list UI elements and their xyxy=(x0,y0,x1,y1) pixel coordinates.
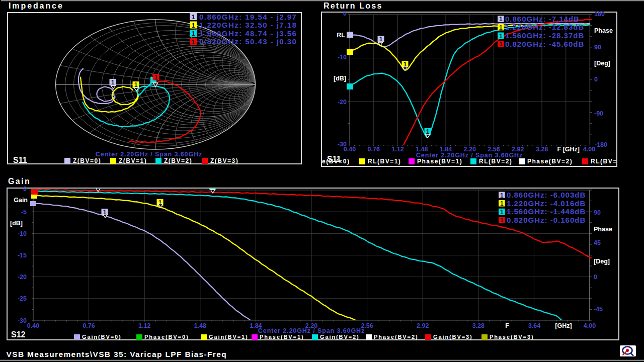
svg-text:-90: -90 xyxy=(594,110,603,117)
svg-text:0.820GHz: 50.43 - j0.30: 0.820GHz: 50.43 - j0.30 xyxy=(199,37,297,46)
svg-text:Gain(BV=2): Gain(BV=2) xyxy=(320,334,360,340)
svg-text:Z(BV=2): Z(BV=2) xyxy=(164,157,192,164)
svg-text:1: 1 xyxy=(500,209,504,216)
svg-text:90: 90 xyxy=(594,44,601,51)
svg-text:F [GHz]: F [GHz] xyxy=(557,146,580,153)
svg-text:Phase: Phase xyxy=(594,27,613,34)
svg-text:1.560GHz: -1.448dB: 1.560GHz: -1.448dB xyxy=(507,207,586,216)
svg-text:-20: -20 xyxy=(18,274,27,281)
svg-text:1: 1 xyxy=(500,217,504,224)
svg-text:1: 1 xyxy=(192,30,195,37)
svg-text:0: 0 xyxy=(594,274,597,281)
svg-text:0.860GHz: -7.14dB: 0.860GHz: -7.14dB xyxy=(505,15,580,23)
svg-text:Gain(BV=1): Gain(BV=1) xyxy=(209,334,249,340)
svg-text:Center 2.20GHz / Span 3.60GHz: Center 2.20GHz / Span 3.60GHz xyxy=(258,327,365,334)
svg-text:Center 2.20GHz / Span 3.60GHz: Center 2.20GHz / Span 3.60GHz xyxy=(96,151,202,158)
svg-text:Phase(BV=1): Phase(BV=1) xyxy=(260,334,304,340)
svg-text:Phase: Phase xyxy=(594,226,612,233)
svg-text:VSB Measurements\VSB 35: Varic: VSB Measurements\VSB 35: Varicap LPF Bia… xyxy=(7,350,227,358)
svg-text:Gain(BV=0): Gain(BV=0) xyxy=(82,334,122,340)
svg-text:Phase(BV=3): Phase(BV=3) xyxy=(490,334,534,340)
svg-text:[GHz]: [GHz] xyxy=(555,322,572,329)
svg-text:-180: -180 xyxy=(595,141,607,148)
svg-text:Phase(BV=1): Phase(BV=1) xyxy=(417,158,462,165)
svg-text:S11: S11 xyxy=(13,156,27,164)
svg-text:4.00: 4.00 xyxy=(583,146,595,153)
svg-text:1: 1 xyxy=(499,41,503,48)
svg-text:1.12: 1.12 xyxy=(138,322,150,329)
svg-text:[dB]: [dB] xyxy=(334,75,346,82)
svg-text:RL(BV=3: RL(BV=3 xyxy=(591,158,621,165)
svg-text:S12: S12 xyxy=(11,330,26,339)
svg-text:Z(BV=3): Z(BV=3) xyxy=(210,157,238,164)
svg-text:1: 1 xyxy=(192,22,195,29)
svg-text:1: 1 xyxy=(499,16,503,23)
svg-text:1.220GHz: -12.83dB: 1.220GHz: -12.83dB xyxy=(505,23,584,31)
svg-text:Phase(BV=2): Phase(BV=2) xyxy=(374,334,418,340)
svg-text:0.76: 0.76 xyxy=(368,146,380,153)
svg-text:0: 0 xyxy=(594,76,598,83)
svg-text:3.28: 3.28 xyxy=(472,322,485,329)
svg-text:-15: -15 xyxy=(18,252,27,259)
svg-text:1: 1 xyxy=(154,74,158,81)
svg-text:1: 1 xyxy=(379,36,383,43)
svg-text:1: 1 xyxy=(111,79,115,86)
svg-text:1.12: 1.12 xyxy=(391,146,404,153)
svg-text:1.220GHz: 32.50 - j7.18: 1.220GHz: 32.50 - j7.18 xyxy=(199,21,297,29)
svg-text:45: 45 xyxy=(594,239,601,246)
svg-text:1: 1 xyxy=(192,14,195,21)
svg-text:Gain: Gain xyxy=(14,197,28,204)
svg-text:-25: -25 xyxy=(18,295,27,302)
svg-text:1: 1 xyxy=(500,200,504,207)
svg-text:Gain: Gain xyxy=(8,177,31,186)
svg-text:Gain(BV=3): Gain(BV=3) xyxy=(433,334,473,340)
svg-text:1: 1 xyxy=(499,33,503,40)
svg-text:0.860GHz: -6.003dB: 0.860GHz: -6.003dB xyxy=(507,191,586,199)
svg-text:-10: -10 xyxy=(18,230,27,237)
svg-text:RL: RL xyxy=(337,32,345,39)
svg-text:-10: -10 xyxy=(338,54,347,61)
svg-text:90: 90 xyxy=(594,209,601,216)
svg-text:Z(BV=0): Z(BV=0) xyxy=(73,157,101,164)
svg-text:2.92: 2.92 xyxy=(417,322,429,329)
svg-text:Impedance: Impedance xyxy=(9,2,64,10)
svg-text:180: 180 xyxy=(594,11,605,18)
svg-text:0.40: 0.40 xyxy=(27,322,39,329)
svg-text:0: 0 xyxy=(343,10,347,17)
svg-text:Phase(BV=2): Phase(BV=2) xyxy=(527,158,573,165)
svg-text:F: F xyxy=(505,322,509,329)
svg-text:1.560GHz: -28.37dB: 1.560GHz: -28.37dB xyxy=(505,31,584,40)
svg-text:[dB]: [dB] xyxy=(10,220,23,227)
svg-text:0.860GHz: 19.54 - j2.97: 0.860GHz: 19.54 - j2.97 xyxy=(199,13,297,21)
svg-text:1: 1 xyxy=(500,192,504,199)
svg-text:1.560GHz: 48.74 - j3.56: 1.560GHz: 48.74 - j3.56 xyxy=(199,29,297,38)
svg-text:3.28: 3.28 xyxy=(536,146,548,153)
svg-text:[Deg]: [Deg] xyxy=(594,60,610,67)
svg-text:1.48: 1.48 xyxy=(194,322,206,329)
svg-text:1: 1 xyxy=(192,39,195,46)
svg-text:1.220GHz: -4.016dB: 1.220GHz: -4.016dB xyxy=(507,199,586,208)
svg-text:RL(BV=2): RL(BV=2) xyxy=(479,158,512,165)
svg-text:-45: -45 xyxy=(594,306,603,313)
svg-text:Phase(BV=0): Phase(BV=0) xyxy=(144,334,189,340)
svg-text:-20: -20 xyxy=(338,99,347,106)
svg-text:S11: S11 xyxy=(327,155,341,163)
svg-text:0.820GHz: -0.160dB: 0.820GHz: -0.160dB xyxy=(507,216,586,224)
svg-text:0.40: 0.40 xyxy=(344,146,356,153)
svg-text:RL(BV=1): RL(BV=1) xyxy=(368,158,401,165)
svg-text:-30: -30 xyxy=(18,317,27,324)
svg-text:Z(BV=1): Z(BV=1) xyxy=(119,157,147,164)
svg-text:Return Loss: Return Loss xyxy=(324,2,383,10)
svg-text:[Deg]: [Deg] xyxy=(594,258,610,265)
svg-text:4.00: 4.00 xyxy=(584,322,596,329)
svg-text:1: 1 xyxy=(499,24,503,31)
svg-text:0: 0 xyxy=(23,186,27,193)
svg-text:0.820GHz: -45.60dB: 0.820GHz: -45.60dB xyxy=(505,40,584,48)
svg-text:3.64: 3.64 xyxy=(528,322,540,329)
svg-text:0.76: 0.76 xyxy=(83,322,95,329)
svg-text:-5: -5 xyxy=(21,209,27,216)
